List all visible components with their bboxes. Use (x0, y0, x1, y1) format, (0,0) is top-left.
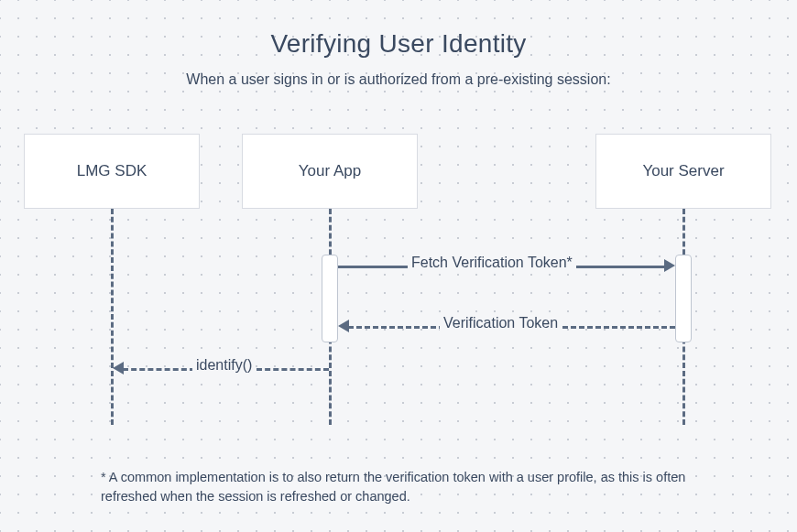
message-token-label: Verification Token (440, 315, 562, 331)
arrowhead-identify (113, 362, 124, 375)
diagram-title: Verifying User Identity (0, 0, 797, 59)
participant-app-label: Your App (299, 162, 361, 180)
arrowhead-token (338, 320, 349, 332)
participant-server: Your Server (595, 134, 771, 209)
diagram-footnote: * A common implementation is to also ret… (101, 468, 696, 506)
participant-app: Your App (242, 134, 418, 209)
message-fetch-label: Fetch Verification Token* (408, 255, 576, 271)
activation-server (675, 255, 692, 342)
lifeline-sdk (111, 209, 114, 425)
diagram-subtitle: When a user signs in or is authorized fr… (0, 71, 797, 88)
activation-app (322, 255, 338, 342)
arrowhead-fetch (664, 259, 675, 272)
message-identify-label: identify() (192, 357, 256, 374)
participant-server-label: Your Server (642, 162, 724, 180)
participant-sdk-label: LMG SDK (77, 162, 147, 180)
participant-sdk: LMG SDK (24, 134, 200, 209)
